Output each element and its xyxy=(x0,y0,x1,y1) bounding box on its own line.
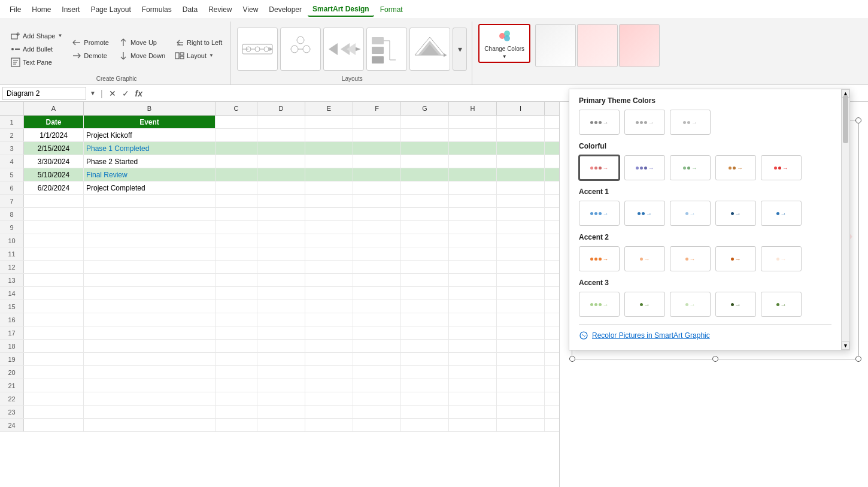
layout-thumb-4[interactable] xyxy=(366,28,407,71)
cell-b15[interactable] xyxy=(84,300,216,313)
colorful-option-4[interactable]: → xyxy=(715,155,756,180)
cell-a15[interactable] xyxy=(24,300,84,313)
cell-b16[interactable] xyxy=(84,313,216,326)
cell-b6[interactable]: Project Completed xyxy=(84,182,216,194)
change-colors-button[interactable]: Change Colors ▼ xyxy=(478,24,530,63)
cell-a13[interactable] xyxy=(24,274,84,286)
name-box[interactable]: Diagram 2 xyxy=(2,87,86,100)
accent3-option-2[interactable]: → xyxy=(624,292,665,317)
layout-thumb-5[interactable] xyxy=(409,28,450,71)
accent1-option-3[interactable]: → xyxy=(670,201,711,226)
cell-a24[interactable] xyxy=(24,419,84,431)
text-pane-button[interactable]: Text Pane xyxy=(7,56,66,68)
menu-developer[interactable]: Developer xyxy=(264,3,306,16)
cell-h1[interactable] xyxy=(449,116,497,128)
menu-review[interactable]: Review xyxy=(204,3,236,16)
menu-formulas[interactable]: Formulas xyxy=(137,3,177,16)
accent3-option-5[interactable]: → xyxy=(761,292,802,317)
menu-insert[interactable]: Insert xyxy=(57,3,84,16)
cell-b9[interactable] xyxy=(84,221,216,234)
formula-cancel-button[interactable]: ✕ xyxy=(107,87,119,99)
accent2-option-1[interactable]: → xyxy=(579,246,620,271)
formula-fx-button[interactable]: fx xyxy=(133,87,145,99)
col-header-b[interactable]: B xyxy=(84,102,216,115)
style-thumb-2[interactable] xyxy=(577,24,618,67)
cell-b3[interactable]: Phase 1 Completed xyxy=(84,142,216,155)
cell-a7[interactable] xyxy=(24,195,84,207)
cell-b12[interactable] xyxy=(84,261,216,273)
primary-option-2[interactable]: → xyxy=(624,110,665,135)
accent1-option-2[interactable]: → xyxy=(624,201,665,226)
handle-tr[interactable] xyxy=(855,117,861,123)
cell-a5[interactable]: 5/10/2024 xyxy=(24,168,84,181)
cell-b21[interactable] xyxy=(84,379,216,392)
col-header-c[interactable]: C xyxy=(216,102,257,115)
accent2-option-4[interactable]: → xyxy=(715,246,756,271)
accent2-option-3[interactable]: → xyxy=(670,246,711,271)
scrollbar-down-button[interactable]: ▼ xyxy=(842,341,849,350)
cell-a9[interactable] xyxy=(24,221,84,234)
cell-b10[interactable] xyxy=(84,234,216,247)
cell-a8[interactable] xyxy=(24,208,84,220)
cell-b8[interactable] xyxy=(84,208,216,220)
layout-thumb-3[interactable] xyxy=(323,28,364,71)
formula-confirm-button[interactable]: ✓ xyxy=(120,87,132,99)
cell-a14[interactable] xyxy=(24,287,84,300)
cell-d1[interactable] xyxy=(257,116,305,128)
col-header-h[interactable]: H xyxy=(449,102,497,115)
cell-a22[interactable] xyxy=(24,392,84,405)
layout-arrow[interactable]: ▼ xyxy=(209,53,214,58)
cell-b4[interactable]: Phase 2 Started xyxy=(84,155,216,168)
scrollbar-thumb[interactable] xyxy=(843,95,848,143)
cell-a19[interactable] xyxy=(24,353,84,365)
accent3-option-4[interactable]: → xyxy=(715,292,756,317)
cell-b7[interactable] xyxy=(84,195,216,207)
layout-thumb-2[interactable] xyxy=(280,28,321,71)
handle-bm[interactable] xyxy=(712,356,718,362)
cell-a11[interactable] xyxy=(24,247,84,260)
colorful-option-2[interactable]: → xyxy=(624,155,665,180)
cell-a3[interactable]: 2/15/2024 xyxy=(24,142,84,155)
promote-button[interactable]: Promote xyxy=(68,37,113,49)
cell-i1[interactable] xyxy=(497,116,545,128)
name-box-dropdown[interactable]: ▼ xyxy=(89,89,97,98)
cell-a21[interactable] xyxy=(24,379,84,392)
cell-g1[interactable] xyxy=(401,116,449,128)
accent3-option-3[interactable]: → xyxy=(670,292,711,317)
col-header-f[interactable]: F xyxy=(353,102,401,115)
right-to-left-button[interactable]: Right to Left xyxy=(171,37,226,49)
menu-page-layout[interactable]: Page Layout xyxy=(86,3,135,16)
cell-f1[interactable] xyxy=(353,116,401,128)
cell-b18[interactable] xyxy=(84,340,216,352)
cell-b14[interactable] xyxy=(84,287,216,300)
layout-button[interactable]: Layout ▼ xyxy=(171,50,226,62)
col-header-g[interactable]: G xyxy=(401,102,449,115)
accent1-option-5[interactable]: → xyxy=(761,201,802,226)
move-down-button[interactable]: Move Down xyxy=(115,50,169,62)
cell-b19[interactable] xyxy=(84,353,216,365)
accent1-option-1[interactable]: → xyxy=(579,201,620,226)
cell-a12[interactable] xyxy=(24,261,84,273)
cell-a16[interactable] xyxy=(24,313,84,326)
cell-a1[interactable]: Date xyxy=(24,116,84,128)
layout-thumb-1[interactable] xyxy=(237,28,278,71)
menu-smartart-design[interactable]: SmartArt Design xyxy=(308,2,374,17)
demote-button[interactable]: Demote xyxy=(68,50,113,62)
layouts-dropdown[interactable]: ▾ xyxy=(453,28,467,71)
cell-a6[interactable]: 6/20/2024 xyxy=(24,182,84,194)
cell-a10[interactable] xyxy=(24,234,84,247)
colorful-option-1[interactable]: → xyxy=(579,155,620,180)
cell-a18[interactable] xyxy=(24,340,84,352)
cell-e1[interactable] xyxy=(305,116,353,128)
primary-option-1[interactable]: → xyxy=(579,110,620,135)
cell-b17[interactable] xyxy=(84,326,216,339)
menu-home[interactable]: Home xyxy=(27,3,56,16)
add-shape-arrow[interactable]: ▼ xyxy=(57,33,62,38)
col-header-d[interactable]: D xyxy=(257,102,305,115)
move-up-button[interactable]: Move Up xyxy=(115,37,169,49)
colorful-option-5[interactable]: → xyxy=(761,155,802,180)
accent2-option-2[interactable]: → xyxy=(624,246,665,271)
cell-a23[interactable] xyxy=(24,406,84,418)
style-thumb-1[interactable] xyxy=(535,24,576,67)
cell-b11[interactable] xyxy=(84,247,216,260)
